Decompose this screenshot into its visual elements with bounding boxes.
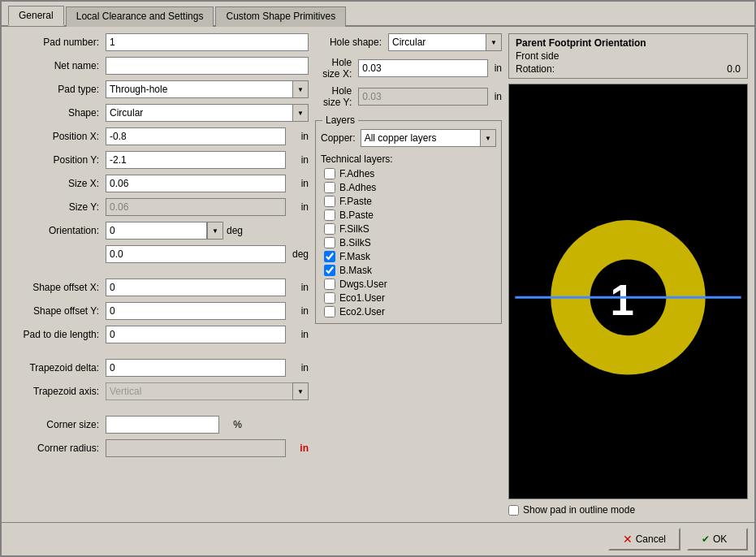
rotation-label: Rotation: [516, 63, 555, 75]
layer-b-mask-label: B.Mask [339, 265, 372, 276]
corner-size-input[interactable] [106, 416, 219, 434]
position-y-unit: in [286, 154, 309, 166]
layer-dwgs-user-row: Dwgs.User [321, 278, 496, 290]
layer-b-adhes-label: B.Adhes [339, 182, 376, 193]
trapezoid-axis-select-container: Vertical Horizontal ▼ [106, 382, 309, 400]
net-name-input[interactable] [106, 57, 309, 75]
trapezoid-delta-row: Trapezoid delta: in [8, 359, 309, 377]
orientation-label: Orientation: [8, 225, 106, 236]
hole-shape-select-container: Circular Oval ▼ [388, 33, 502, 51]
layer-f-adhes-checkbox[interactable] [324, 168, 335, 179]
outline-mode-row: Show pad in outline mode [508, 504, 748, 516]
orientation-arrow-icon: ▼ [207, 222, 223, 240]
ok-button[interactable]: ✔ OK [687, 528, 748, 551]
position-x-label: Position X: [8, 131, 106, 142]
corner-size-unit: % [219, 419, 242, 430]
layer-b-adhes-checkbox[interactable] [324, 182, 335, 193]
corner-size-row: Corner size: % [8, 416, 309, 434]
parent-info: Parent Footprint Orientation Front side … [508, 33, 748, 79]
corner-radius-input[interactable] [106, 439, 286, 457]
corner-radius-row: Corner radius: in [8, 439, 309, 457]
shape-select-container: Circular Oval Rectangular Trapezoidal ▼ [106, 104, 309, 122]
rotation-value: 0.0 [727, 63, 741, 75]
layer-eco2-user-checkbox[interactable] [324, 306, 335, 317]
cancel-button[interactable]: ✕ Cancel [608, 528, 680, 551]
layer-f-silks-label: F.SilkS [339, 223, 369, 235]
layer-b-silks-label: B.SilkS [339, 237, 371, 248]
position-x-input[interactable] [106, 127, 286, 145]
layer-f-mask-checkbox[interactable] [324, 251, 335, 262]
layer-f-paste-label: F.Paste [339, 196, 372, 207]
button-bar: ✕ Cancel ✔ OK [2, 522, 754, 555]
hole-size-x-input[interactable] [358, 59, 488, 77]
size-x-row: Size X: in [8, 175, 309, 192]
layer-eco2-user-row: Eco2.User [321, 306, 496, 317]
trapezoid-delta-label: Trapezoid delta: [8, 362, 106, 373]
shape-offset-x-label: Shape offset X: [8, 282, 106, 293]
layer-b-silks-checkbox[interactable] [324, 237, 335, 248]
layer-f-adhes-label: F.Adhes [339, 168, 374, 179]
layer-dwgs-user-checkbox[interactable] [324, 278, 335, 290]
orientation-select-container: 0 90 180 270 ▼ [106, 222, 223, 240]
net-name-row: Net name: [8, 57, 309, 75]
hole-shape-select[interactable]: Circular Oval [388, 33, 502, 51]
tab-general[interactable]: General [8, 6, 64, 26]
corner-size-label: Corner size: [8, 419, 106, 430]
hole-size-y-input[interactable] [358, 88, 488, 106]
layers-title: Layers [322, 114, 358, 126]
tab-custom-shape[interactable]: Custom Shape Primitives [215, 6, 346, 27]
layer-b-mask-checkbox[interactable] [324, 265, 335, 276]
hole-size-x-unit: in [488, 63, 502, 74]
copper-select[interactable]: All copper layers F.Cu B.Cu [361, 129, 496, 147]
shape-label: Shape: [8, 107, 106, 119]
shape-offset-y-label: Shape offset Y: [8, 305, 106, 317]
position-y-input[interactable] [106, 151, 286, 169]
layer-f-paste-checkbox[interactable] [324, 196, 335, 207]
shape-offset-y-unit: in [286, 305, 309, 317]
layer-f-silks-checkbox[interactable] [324, 223, 335, 235]
hole-size-x-row: Hole size X: in [315, 57, 502, 80]
shape-row: Shape: Circular Oval Rectangular Trapezo… [8, 104, 309, 122]
shape-select[interactable]: Circular Oval Rectangular Trapezoidal [106, 104, 309, 122]
size-y-input[interactable] [106, 198, 286, 216]
pad-to-die-input[interactable] [106, 326, 286, 343]
left-panel: Pad number: Net name: Pad type: Through-… [8, 33, 309, 516]
position-x-row: Position X: in [8, 127, 309, 145]
net-name-label: Net name: [8, 60, 106, 71]
layer-eco2-user-label: Eco2.User [339, 306, 385, 317]
layer-eco1-user-checkbox[interactable] [324, 292, 335, 304]
hole-shape-label: Hole shape: [315, 37, 388, 48]
position-y-row: Position Y: in [8, 151, 309, 169]
orientation-select[interactable]: 0 90 180 270 [106, 222, 207, 240]
shape-offset-y-row: Shape offset Y: in [8, 302, 309, 320]
show-outline-checkbox[interactable] [508, 505, 519, 516]
layer-b-silks-row: B.SilkS [321, 237, 496, 248]
pad-type-select[interactable]: Through-hole SMD Connector NPTH, Mechani… [106, 80, 309, 98]
copper-select-container: All copper layers F.Cu B.Cu ▼ [361, 129, 496, 147]
hole-size-x-label: Hole size X: [315, 57, 358, 80]
layer-b-paste-checkbox[interactable] [324, 209, 335, 221]
middle-panel: Hole shape: Circular Oval ▼ Hole size X:… [315, 33, 502, 516]
pad-to-die-row: Pad to die length: in [8, 326, 309, 343]
size-x-input[interactable] [106, 175, 286, 192]
position-x-unit: in [286, 131, 309, 142]
pad-type-select-container: Through-hole SMD Connector NPTH, Mechani… [106, 80, 309, 98]
layer-b-mask-row: B.Mask [321, 265, 496, 276]
pad-to-die-unit: in [286, 329, 309, 340]
orientation-unit: deg [223, 225, 243, 236]
right-panel: Parent Footprint Orientation Front side … [508, 33, 748, 516]
shape-offset-y-input[interactable] [106, 302, 286, 320]
pad-number-input[interactable] [106, 33, 309, 51]
trapezoid-axis-select[interactable]: Vertical Horizontal [106, 382, 309, 400]
pad-properties-dialog: General Local Clearance and Settings Cus… [0, 0, 756, 557]
pad-type-row: Pad type: Through-hole SMD Connector NPT… [8, 80, 309, 98]
layer-b-paste-label: B.Paste [339, 209, 374, 221]
orientation-custom-input[interactable] [106, 245, 286, 263]
trapezoid-delta-input[interactable] [106, 359, 286, 377]
tab-local-clearance[interactable]: Local Clearance and Settings [66, 6, 214, 27]
ok-icon: ✔ [702, 533, 710, 545]
layer-f-mask-label: F.Mask [339, 251, 370, 262]
hole-shape-row: Hole shape: Circular Oval ▼ [315, 33, 502, 51]
shape-offset-x-input[interactable] [106, 278, 286, 296]
pad-type-label: Pad type: [8, 84, 106, 95]
